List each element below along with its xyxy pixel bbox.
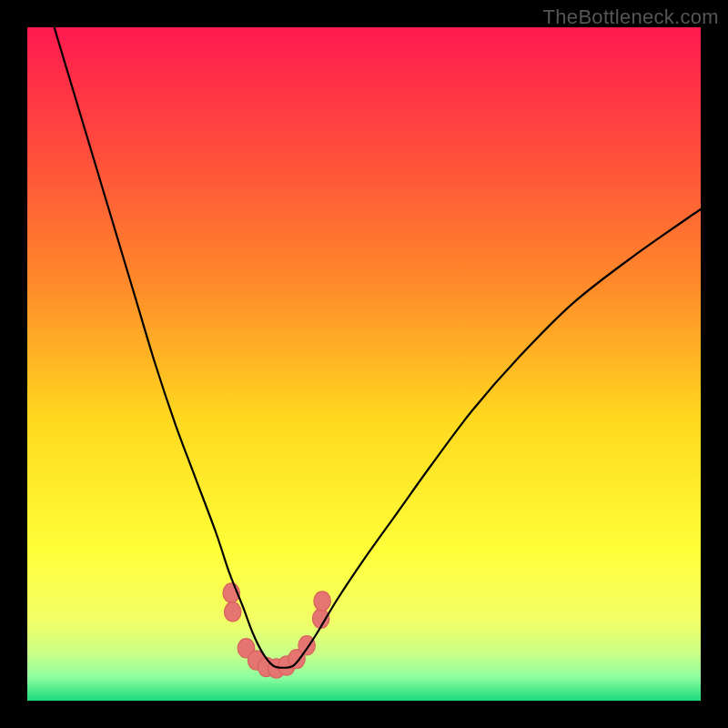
gradient-background	[27, 27, 701, 701]
trough-marker	[224, 602, 241, 622]
watermark-text: TheBottleneck.com	[543, 5, 719, 29]
chart-frame: TheBottleneck.com	[0, 0, 728, 728]
trough-marker	[314, 592, 331, 611]
plot-area	[27, 27, 701, 701]
bottleneck-chart	[27, 27, 701, 701]
